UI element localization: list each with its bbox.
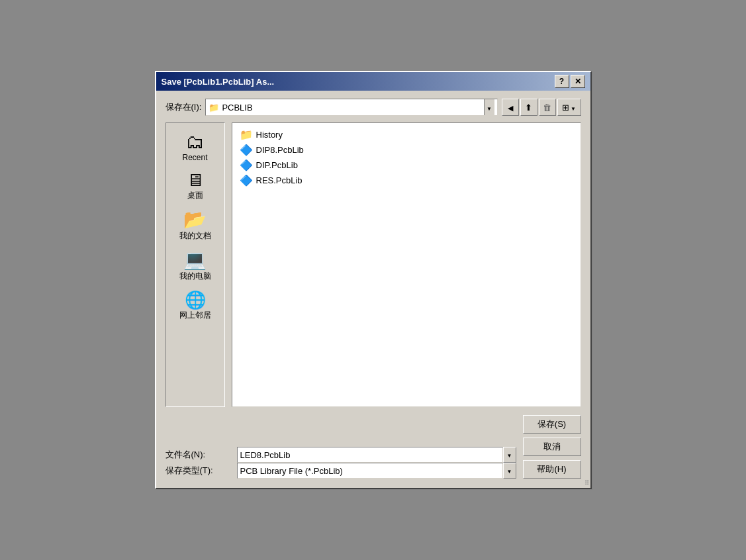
file-browser: 📁 History 🔷 DIP8.PcbLib 🔷 DIP.PcbLib 🔷 R…: [232, 122, 581, 407]
filetype-row: 保存类型(T):: [165, 463, 516, 479]
views-dropdown-icon: [571, 102, 576, 113]
file-item-history[interactable]: 📁 History: [236, 127, 577, 142]
bottom-section: 文件名(N): 保存类型(T):: [165, 415, 581, 479]
save-button[interactable]: 保存(S): [523, 415, 581, 434]
filename-input-wrap: [237, 447, 516, 463]
location-dropdown[interactable]: 📁 PCBLIB: [205, 99, 497, 116]
pcblib-dip-icon: 🔷: [239, 159, 254, 171]
up-arrow-icon: ⬆: [525, 103, 532, 113]
save-dialog: Save [PcbLib1.PcbLib] As... ? ✕ 保存在(I): …: [155, 71, 592, 489]
sidebar-item-network[interactable]: 🌐 网上邻居: [169, 288, 222, 324]
sidebar-label-desktop: 桌面: [187, 190, 203, 201]
sidebar-label-recent: Recent: [182, 153, 207, 162]
sidebar-item-mypc[interactable]: 💻 我的电脑: [169, 248, 222, 285]
file-name-dip: DIP.PcbLib: [256, 160, 298, 170]
back-arrow-icon: [508, 102, 513, 113]
dialog-title: Save [PcbLib1.PcbLib] As...: [162, 77, 275, 87]
back-button[interactable]: [502, 99, 519, 116]
sidebar-item-desktop[interactable]: 🖥 桌面: [169, 168, 222, 205]
toolbar-row: 保存在(I): 📁 PCBLIB ⬆ 🗑 ⊞: [165, 99, 581, 116]
main-area: 🗂 Recent 🖥 桌面 📂 我的文档 💻 我的电脑 🌐 网上邻: [165, 122, 581, 407]
delete-button[interactable]: 🗑: [539, 99, 556, 116]
network-icon: 🌐: [185, 291, 206, 308]
dropdown-triangle-icon: [487, 103, 492, 113]
location-dropdown-arrow[interactable]: [484, 99, 494, 115]
file-item-res[interactable]: 🔷 RES.PcbLib: [236, 173, 577, 188]
up-button[interactable]: ⬆: [520, 99, 537, 116]
sidebar-label-network: 网上邻居: [179, 310, 211, 321]
bottom-fields: 文件名(N): 保存类型(T):: [165, 447, 516, 479]
help-title-button[interactable]: ?: [555, 75, 569, 88]
views-icon: ⊞: [562, 103, 569, 113]
file-name-dip8: DIP8.PcbLib: [256, 145, 304, 155]
desktop-icon: 🖥: [187, 171, 204, 189]
filename-dropdown-button[interactable]: [503, 447, 516, 463]
views-button[interactable]: ⊞: [557, 99, 581, 116]
file-name-res: RES.PcbLib: [256, 175, 303, 185]
sidebar-item-mydocs[interactable]: 📂 我的文档: [169, 207, 222, 245]
resize-dots-icon: ⠿: [584, 480, 589, 487]
sidebar-label-mypc: 我的电脑: [179, 271, 211, 282]
cancel-button[interactable]: 取消: [523, 438, 581, 456]
close-title-button[interactable]: ✕: [571, 75, 585, 88]
filetype-dropdown-icon: [507, 467, 512, 475]
sidebar-label-mydocs: 我的文档: [179, 230, 211, 242]
file-name-history: History: [256, 130, 283, 140]
pcblib-dip8-icon: 🔷: [239, 144, 254, 156]
file-item-dip8[interactable]: 🔷 DIP8.PcbLib: [236, 142, 577, 158]
filename-label: 文件名(N):: [165, 449, 232, 461]
folder-history-icon: 📁: [239, 128, 254, 141]
location-label: 保存在(I):: [165, 101, 202, 113]
title-bar: Save [PcbLib1.PcbLib] As... ? ✕: [156, 72, 590, 91]
filetype-label: 保存类型(T):: [165, 465, 232, 477]
sidebar: 🗂 Recent 🖥 桌面 📂 我的文档 💻 我的电脑 🌐 网上邻: [165, 122, 225, 407]
delete-icon: 🗑: [543, 103, 551, 113]
location-value: PCBLIB: [222, 103, 483, 113]
mydocs-icon: 📂: [183, 210, 207, 229]
filetype-input[interactable]: [237, 463, 503, 479]
filename-row: 文件名(N):: [165, 447, 516, 463]
filetype-input-wrap: [237, 463, 516, 479]
file-item-dip[interactable]: 🔷 DIP.PcbLib: [236, 158, 577, 173]
title-bar-buttons: ? ✕: [555, 75, 585, 88]
folder-icon-sm: 📁: [209, 103, 219, 113]
dialog-body: 保存在(I): 📁 PCBLIB ⬆ 🗑 ⊞: [156, 91, 590, 488]
mypc-icon: 💻: [183, 251, 207, 269]
recent-icon: 🗂: [186, 133, 205, 152]
sidebar-item-recent[interactable]: 🗂 Recent: [169, 130, 222, 165]
pcblib-res-icon: 🔷: [239, 174, 254, 187]
filename-input[interactable]: [237, 447, 503, 463]
resize-handle[interactable]: ⠿: [583, 480, 590, 488]
help-button[interactable]: 帮助(H): [523, 460, 581, 479]
filename-dropdown-icon: [507, 451, 512, 459]
action-buttons: 保存(S) 取消 帮助(H): [523, 415, 581, 479]
filetype-dropdown-button[interactable]: [503, 463, 516, 479]
nav-buttons: ⬆ 🗑 ⊞: [502, 99, 581, 116]
